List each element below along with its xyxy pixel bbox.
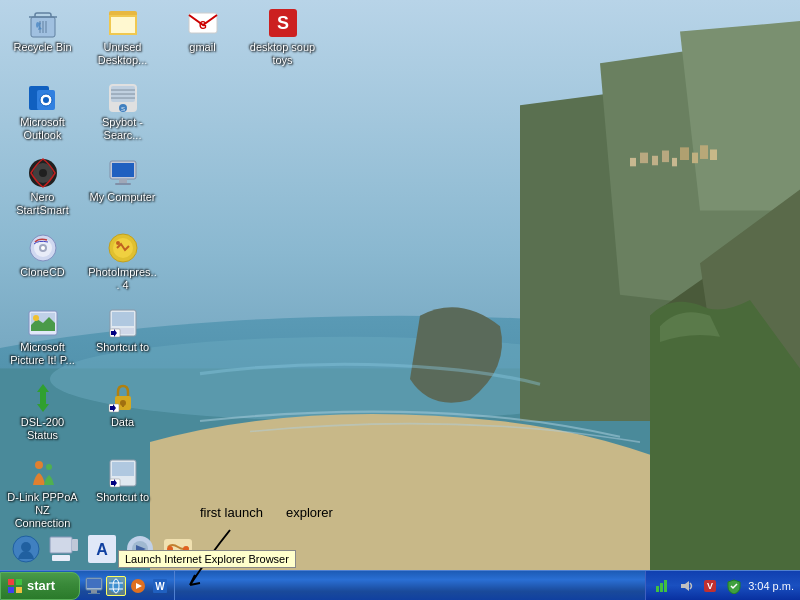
tooltip: Launch Internet Explorer Browser [118,550,296,568]
desktop-icon-gmail[interactable]: G gmail [165,5,240,56]
svg-rect-71 [52,555,70,561]
svg-rect-97 [664,580,667,592]
ql-word[interactable]: W [150,576,170,596]
svg-marker-57 [37,394,49,412]
desktop-icon-spybot[interactable]: S Spybot - Searc... [85,80,160,144]
annotation-area: first launch explorer [200,505,333,520]
svg-rect-84 [87,579,101,588]
svg-rect-69 [50,537,72,553]
svg-point-63 [46,464,52,470]
my-computer-label: My Computer [89,191,155,204]
svg-point-45 [41,246,45,250]
system-clock[interactable]: 3:04 p.m. [748,580,794,592]
gmail-icon: G [187,7,219,39]
desktop-icon-data[interactable]: Data [85,380,160,431]
svg-point-62 [35,461,43,469]
shortcut-1-icon [107,307,139,339]
svg-rect-81 [8,587,14,593]
svg-rect-12 [710,149,717,160]
clock-display: 3:04 p.m. [748,580,794,592]
desktop-icon-unused-desktop[interactable]: Unused Desktop... [85,5,160,69]
svg-rect-4 [630,158,636,166]
ms-picture-icon [27,307,59,339]
bottom-icon-3[interactable]: A [86,533,118,565]
dsl200-icon [27,382,59,414]
ql-show-desktop[interactable] [84,576,104,596]
annotation-text2: explorer [286,505,333,520]
svg-rect-60 [122,403,124,407]
svg-point-37 [39,169,47,177]
dlink-icon [27,457,59,489]
svg-text:W: W [155,581,165,592]
clonecd-label: CloneCD [20,266,65,279]
desktop-icon-dlink[interactable]: D-Link PPPoA NZ Connection [5,455,80,533]
dsl200-label: DSL-200 Status [7,416,78,442]
svg-rect-70 [72,539,78,551]
annotation-text1: first launch [200,505,263,520]
desktop-icon-dsl200[interactable]: DSL-200 Status [5,380,80,444]
tray-antivirus-icon[interactable]: V [700,576,720,596]
clonecd-icon [27,232,59,264]
svg-point-27 [43,97,49,103]
svg-rect-6 [652,156,658,165]
svg-rect-19 [111,17,135,33]
recycle-bin-icon [27,7,59,39]
desktop-icon-recycle-bin[interactable]: Recycle Bin [5,5,80,56]
desktop-icon-ms-outlook[interactable]: Microsoft Outlook [5,80,80,144]
tray-security-icon[interactable] [724,576,744,596]
svg-rect-5 [640,153,648,164]
desktop-icon-clonecd[interactable]: CloneCD [5,230,80,281]
desktop-icon-nero[interactable]: Nero StartSmart [5,155,80,219]
svg-text:S: S [120,106,124,112]
desktop: Recycle Bin Unused Desktop... G [0,0,800,600]
desktop-icon-my-computer[interactable]: My Computer [85,155,160,206]
desktop-icon-shortcut-2[interactable]: Shortcut to [85,455,160,506]
svg-rect-8 [672,158,677,166]
svg-text:V: V [707,581,713,591]
dlink-label: D-Link PPPoA NZ Connection [7,491,78,531]
shortcut-2-icon [107,457,139,489]
svg-rect-65 [112,462,134,476]
desktop-icon-shortcut-1[interactable]: Shortcut to [85,305,160,356]
svg-rect-7 [662,151,669,163]
outlook-label: Microsoft Outlook [7,116,78,142]
ms-picture-label: Microsoft Picture It! P... [7,341,78,367]
data-label: Data [111,416,134,429]
svg-text:A: A [96,541,108,558]
start-label: start [27,578,55,593]
tooltip-text: Launch Internet Explorer Browser [125,553,289,565]
desktop-soup-icon: S [267,7,299,39]
svg-point-51 [33,315,39,321]
tray-volume-icon[interactable] [676,576,696,596]
data-lock-icon [107,382,139,414]
desktop-icons-area: Recycle Bin Unused Desktop... G [0,0,160,540]
desktop-soup-label: desktop soup toys [247,41,318,67]
nero-icon [27,157,59,189]
svg-rect-80 [16,579,22,585]
bottom-icon-2[interactable] [48,533,80,565]
ql-media-player[interactable] [128,576,148,596]
desktop-icon-desktop-soup[interactable]: S desktop soup toys [245,5,320,69]
photoimpress-icon [107,232,139,264]
desktop-icon-photoimpress[interactable]: PhotoImpres... 4 [85,230,160,294]
ql-ie[interactable] [106,576,126,596]
svg-rect-10 [692,153,698,164]
shortcut-1-label: Shortcut to [96,341,149,354]
bottom-icon-1[interactable] [10,533,42,565]
my-computer-icon [107,157,139,189]
tray-network-icon[interactable] [652,576,672,596]
desktop-icon-ms-picture[interactable]: Microsoft Picture It! P... [5,305,80,369]
gmail-label: gmail [189,41,215,54]
shortcut-2-label: Shortcut to [96,491,149,504]
svg-rect-53 [112,312,134,326]
taskbar: start [0,570,800,600]
svg-point-68 [21,542,31,552]
start-button[interactable]: start [0,572,80,600]
svg-rect-82 [16,587,22,593]
quick-launch-bar: W [80,571,175,600]
system-tray: V 3:04 p.m. [645,571,800,600]
svg-marker-98 [681,581,689,591]
nero-label: Nero StartSmart [7,191,78,217]
spybot-icon: S [107,82,139,114]
windows-logo-icon [7,578,23,594]
